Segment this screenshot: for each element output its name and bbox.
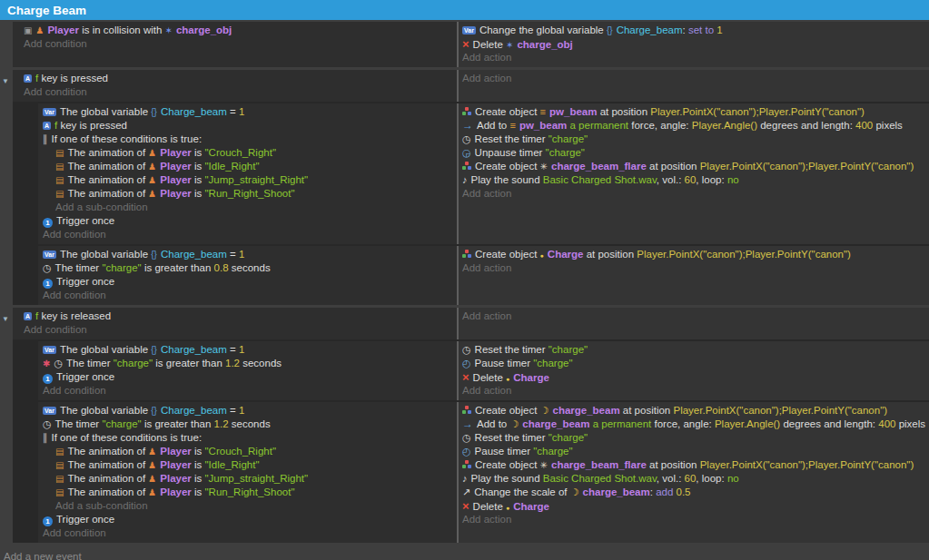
add-action-button[interactable]: Add action bbox=[459, 261, 929, 275]
condition-row[interactable]: Af key is pressed bbox=[38, 119, 457, 133]
condition-row[interactable]: ∥If one of these conditions is true: bbox=[38, 431, 457, 445]
row-text: is bbox=[192, 473, 205, 484]
f-key-released-event[interactable]: Af key is releasedAdd conditionAdd actio… bbox=[13, 308, 929, 339]
condition-row[interactable]: ◷The timer "charge" is greater than 0.8 … bbox=[38, 261, 457, 275]
action-row[interactable]: ◴Pause timer "charge" bbox=[459, 445, 929, 458]
add-action-button[interactable]: Add action bbox=[459, 187, 929, 201]
collapse-arrow-icon[interactable]: ▼ bbox=[2, 78, 9, 85]
row-text: , loop: bbox=[696, 473, 727, 484]
scale-icon: ↗ bbox=[462, 486, 470, 499]
condition-row[interactable]: ▤The animation of ♟Player is "Idle_Right… bbox=[38, 160, 457, 173]
action-row[interactable]: →Add to ☽charge_beam a permanent force, … bbox=[459, 418, 929, 431]
add-a-sub-condition-button[interactable]: Add a sub-condition bbox=[38, 201, 457, 214]
placeholder-label: Add action bbox=[462, 262, 511, 273]
condition-row[interactable]: ▤The animation of ♟Player is "Run_Right_… bbox=[38, 486, 457, 499]
action-row[interactable]: →Add to ≡pw_beam a permanent force, angl… bbox=[459, 119, 929, 133]
delete-icon: × bbox=[462, 37, 469, 51]
condition-row[interactable]: ✱◷The timer "charge" is greater than 1.2… bbox=[38, 357, 457, 370]
action-row[interactable]: ◷Reset the timer "charge" bbox=[459, 133, 929, 146]
add-action-button[interactable]: Add action bbox=[459, 513, 929, 526]
conditions-column: VarThe global variable {}Charge_beam = 1… bbox=[38, 103, 457, 244]
condition-row[interactable]: 1Trigger once bbox=[38, 275, 457, 289]
or-icon: ∥ bbox=[43, 133, 48, 146]
condition-row[interactable]: ▤The animation of ♟Player is "Crouch_Rig… bbox=[38, 445, 457, 458]
action-row[interactable]: ◶Unpause timer "charge" bbox=[459, 146, 929, 160]
add-condition-button[interactable]: Add condition bbox=[38, 384, 457, 398]
release-charged-event[interactable]: VarThe global variable {}Charge_beam = 1… bbox=[38, 402, 929, 543]
condition-row[interactable]: Af key is pressed bbox=[13, 72, 457, 85]
add-condition-button[interactable]: Add condition bbox=[13, 85, 457, 99]
condition-row[interactable]: VarThe global variable {}Charge_beam = 1 bbox=[38, 343, 457, 357]
animation-icon: ▤ bbox=[55, 472, 64, 486]
condition-row[interactable]: Af key is released bbox=[13, 309, 457, 323]
add-condition-button[interactable]: Add condition bbox=[13, 323, 457, 337]
row-text: pixels bbox=[873, 120, 903, 131]
add-condition-button[interactable]: Add condition bbox=[38, 228, 457, 241]
add-action-button[interactable]: Add action bbox=[459, 72, 929, 85]
charged-shot-start-event[interactable]: VarThe global variable {}Charge_beam = 1… bbox=[38, 103, 929, 244]
add-condition-button[interactable]: Add condition bbox=[13, 37, 457, 51]
action-row[interactable]: Create object ●Charge at position Player… bbox=[459, 248, 929, 261]
condition-row[interactable]: VarThe global variable {}Charge_beam = 1 bbox=[38, 404, 457, 418]
row-text: "Crouch_Right" bbox=[205, 446, 276, 457]
add-condition-button[interactable]: Add condition bbox=[38, 526, 457, 540]
row-text: "charge" bbox=[114, 358, 153, 368]
collapse-arrow-icon[interactable]: ▼ bbox=[2, 316, 9, 323]
row-text: Reset the timer bbox=[475, 432, 549, 443]
action-row[interactable]: ◷Reset the timer "charge" bbox=[459, 431, 929, 445]
row-text: Delete bbox=[473, 372, 506, 383]
delete-icon: × bbox=[462, 370, 469, 384]
add-action-button[interactable]: Add action bbox=[459, 51, 929, 64]
row-text: degrees and length: bbox=[780, 418, 878, 429]
action-row[interactable]: ×Delete ●Charge bbox=[459, 370, 929, 384]
condition-row[interactable]: VarThe global variable {}Charge_beam = 1 bbox=[38, 105, 457, 119]
condition-row[interactable]: ▤The animation of ♟Player is "Idle_Right… bbox=[38, 458, 457, 472]
add-condition-button[interactable]: Add condition bbox=[38, 289, 457, 302]
condition-row[interactable]: ▤The animation of ♟Player is "Jump_strai… bbox=[38, 472, 457, 486]
condition-row[interactable]: 1Trigger once bbox=[38, 214, 457, 228]
collision-icon: ▣ bbox=[24, 24, 32, 37]
action-row[interactable]: Create object ≡pw_beam at position Playe… bbox=[459, 105, 929, 119]
row-text: "charge" bbox=[533, 446, 572, 457]
action-row[interactable]: ×Delete ●Charge bbox=[459, 499, 929, 513]
row-text: 60 bbox=[685, 174, 697, 185]
add-a-sub-condition-button[interactable]: Add a sub-condition bbox=[38, 499, 457, 513]
action-row[interactable]: ♪Play the sound Basic Charged Shot.wav, … bbox=[459, 472, 929, 486]
action-row[interactable]: Create object ✳charge_beam_flare at posi… bbox=[459, 160, 929, 173]
condition-row[interactable]: ▣♟Player is in collision with ✶charge_ob… bbox=[13, 24, 457, 37]
condition-row[interactable]: ▤The animation of ♟Player is "Jump_strai… bbox=[38, 173, 457, 187]
action-row[interactable]: ◴Pause timer "charge" bbox=[459, 357, 929, 370]
row-text: Play the sound bbox=[471, 174, 543, 185]
condition-row[interactable]: 1Trigger once bbox=[38, 513, 457, 526]
action-row[interactable]: Create object ✳charge_beam_flare at posi… bbox=[459, 458, 929, 472]
row-text: at position bbox=[620, 405, 674, 416]
action-row[interactable]: Create object ☽charge_beam at position P… bbox=[459, 404, 929, 418]
row-text: = bbox=[227, 106, 239, 117]
f-key-pressed-event[interactable]: Af key is pressedAdd conditionAdd action bbox=[13, 70, 929, 102]
add-action-button[interactable]: Add action bbox=[459, 309, 929, 323]
collision-event[interactable]: ▣♟Player is in collision with ✶charge_ob… bbox=[13, 22, 929, 67]
add-action-button[interactable]: Add action bbox=[459, 384, 929, 398]
condition-row[interactable]: VarThe global variable {}Charge_beam = 1 bbox=[38, 248, 457, 261]
condition-row[interactable]: ∥If one of these conditions is true: bbox=[38, 133, 457, 146]
action-row[interactable]: ♪Play the sound Basic Charged Shot.wav, … bbox=[459, 173, 929, 187]
add-new-event-button[interactable]: Add a new event bbox=[0, 545, 929, 560]
release-early-event[interactable]: VarThe global variable {}Charge_beam = 1… bbox=[38, 341, 929, 400]
action-row[interactable]: VarChange the global variable {}Charge_b… bbox=[459, 24, 929, 37]
condition-row[interactable]: ◷The timer "charge" is greater than 1.2 … bbox=[38, 418, 457, 431]
action-row[interactable]: ◷Reset the timer "charge" bbox=[459, 343, 929, 357]
row-text: Create object bbox=[475, 106, 540, 117]
placeholder-label: Add condition bbox=[43, 229, 106, 240]
condition-row[interactable]: ▤The animation of ♟Player is "Crouch_Rig… bbox=[38, 146, 457, 160]
pause-timer-icon: ◴ bbox=[462, 445, 471, 458]
condition-row[interactable]: ▤The animation of ♟Player is "Run_Right_… bbox=[38, 187, 457, 201]
action-row[interactable]: ↗Change the scale of ☽charge_beam: add 0… bbox=[459, 486, 929, 499]
row-text: key is pressed bbox=[38, 73, 108, 84]
charge-beam-icon: ☽ bbox=[509, 418, 519, 431]
create-object-icon bbox=[462, 406, 471, 415]
row-text: seconds bbox=[229, 418, 271, 429]
braces-icon: {} bbox=[151, 105, 157, 119]
action-row[interactable]: ×Delete ✶charge_obj bbox=[459, 37, 929, 51]
condition-row[interactable]: 1Trigger once bbox=[38, 370, 457, 384]
charge-ready-event[interactable]: VarThe global variable {}Charge_beam = 1… bbox=[38, 246, 929, 305]
